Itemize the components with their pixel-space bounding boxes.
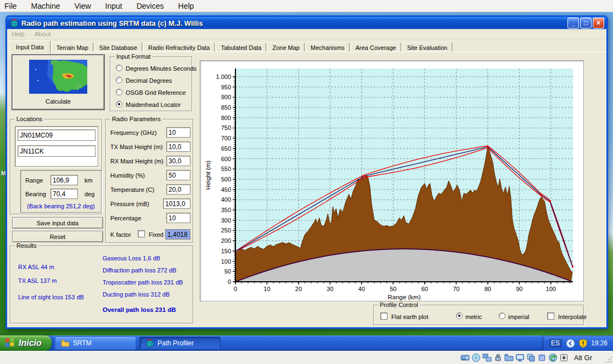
result-left-0: RX ASL 44 m [18, 264, 54, 270]
host-menu-machine[interactable]: Machine [31, 2, 60, 10]
tab-area-coverage[interactable]: Area Coverage [351, 42, 401, 53]
europe-map-image [29, 60, 87, 94]
param-input-4[interactable] [166, 184, 190, 195]
host-key-indicator: Alt Gr [574, 354, 592, 362]
input-format-radio-2[interactable] [116, 89, 122, 95]
svg-text:0: 0 [228, 278, 231, 285]
start-button[interactable]: Inicio [0, 335, 52, 351]
input-format-radio-3[interactable] [116, 101, 122, 107]
titlebar[interactable]: Radio path estimation using SRTM data (c… [7, 17, 606, 29]
locations-panel [15, 126, 98, 167]
svg-text:40: 40 [358, 286, 365, 292]
range-input[interactable] [50, 175, 78, 185]
app-menu-about[interactable]: About [35, 31, 51, 37]
svg-text:700: 700 [221, 135, 231, 141]
param-input-2[interactable] [166, 156, 190, 166]
calculate-label: Calculate [13, 98, 104, 105]
svg-text:100: 100 [546, 286, 556, 292]
param-input-1[interactable] [166, 141, 190, 152]
result-right-0: Gaseous Loss 1,6 dB [103, 255, 160, 261]
k-factor-value-field[interactable]: 1,4018 [165, 229, 190, 240]
tab-zone-map[interactable]: Zone Map [267, 42, 305, 53]
interpolate-checkbox[interactable] [547, 312, 554, 320]
close-button[interactable]: × [593, 18, 604, 29]
tab-input-data[interactable]: Input Data [9, 41, 50, 53]
svg-text:550: 550 [221, 166, 231, 172]
svg-text:350: 350 [221, 207, 231, 213]
range-label: Range [25, 177, 43, 184]
shared-clipboard-icon[interactable] [526, 353, 536, 362]
folder-icon [61, 339, 70, 347]
param-input-5[interactable] [163, 198, 190, 209]
globe-icon [145, 339, 154, 348]
host-menu-devices[interactable]: Devices [137, 2, 164, 10]
svg-text:600: 600 [221, 156, 231, 162]
station1-input[interactable] [18, 129, 95, 141]
svg-text:70: 70 [453, 286, 459, 292]
display-icon[interactable] [515, 353, 525, 362]
tab-terrain-map[interactable]: Terrain Map [52, 42, 93, 53]
tab-content-input-data: Calculate Input Format Degrees Minutes S… [7, 52, 606, 327]
save-input-data-button[interactable]: Save input data [12, 217, 103, 229]
units-radio-imperial[interactable] [499, 312, 505, 319]
hide-icons-chevron-icon[interactable] [566, 339, 575, 348]
optical-disk-icon[interactable] [471, 353, 481, 362]
cpu-icon[interactable]: U [537, 353, 547, 362]
param-input-6[interactable] [166, 213, 190, 223]
k-factor-fixed-label: Fixed [149, 231, 164, 238]
hard-disk-icon[interactable] [460, 353, 470, 362]
param-input-0[interactable] [166, 127, 190, 138]
svg-text:900: 900 [221, 94, 231, 100]
taskbar-task-srtm[interactable]: SRTM [55, 337, 136, 350]
tab-site-evaluation[interactable]: Site Evaluation [402, 42, 452, 53]
maximize-button[interactable]: □ [580, 18, 592, 29]
bearing-input[interactable] [50, 189, 78, 199]
tab-mechanisms[interactable]: Mechanisms [306, 42, 350, 53]
app-window: Radio path estimation using SRTM data (c… [5, 15, 608, 329]
k-factor-fixed-checkbox[interactable] [138, 230, 145, 237]
svg-text:300: 300 [221, 217, 231, 224]
station2-input[interactable] [18, 145, 95, 157]
task-buttons: SRTMPath Profiler [52, 337, 221, 350]
app-menu-help[interactable]: Help [12, 31, 25, 37]
host-menu-help[interactable]: Help [178, 2, 194, 10]
svg-text:30: 30 [327, 286, 333, 292]
input-format-option-label: Maidenhead Locator [126, 101, 181, 108]
host-menu-view[interactable]: View [74, 2, 91, 10]
param-input-3[interactable] [166, 170, 190, 180]
network-icon[interactable] [482, 353, 492, 362]
reset-button[interactable]: Reset [12, 231, 103, 242]
param-label-5: Pressure (mB) [110, 201, 149, 207]
tab-tabulated-data[interactable]: Tabulated Data [216, 42, 266, 53]
minimize-button[interactable]: _ [567, 18, 579, 29]
radio-parameters-groupbox: Radio Parameters Frequency (GHz)TX Mast … [105, 119, 193, 243]
svg-text:10: 10 [263, 286, 270, 292]
calculate-button[interactable]: Calculate [12, 55, 104, 110]
range-unit: km [85, 177, 93, 184]
keyboard-capture-icon[interactable] [559, 353, 569, 362]
features-icon[interactable] [548, 353, 558, 362]
svg-text:Range (km): Range (km) [387, 294, 420, 300]
usb-icon[interactable] [493, 353, 503, 362]
param-label-1: TX Mast Height (m) [110, 144, 162, 150]
flat-earth-checkbox[interactable] [380, 312, 387, 320]
input-format-radio-1[interactable] [116, 77, 122, 83]
security-shield-icon[interactable] [579, 339, 587, 348]
tab-site-database[interactable]: Site Database [94, 42, 142, 53]
taskbar-task-path-profiler[interactable]: Path Profiler [139, 337, 221, 350]
svg-text:500: 500 [221, 176, 231, 183]
task-label: Path Profiler [158, 339, 194, 347]
host-menu-input[interactable]: Input [105, 2, 122, 10]
shared-folder-icon[interactable] [504, 353, 514, 362]
screen: FileMachineViewInputDevicesHelp M Radio … [0, 0, 613, 364]
units-radio-metric[interactable] [456, 312, 463, 319]
results-groupbox: Results RX ASL 44 mTX ASL 137 mLine of s… [10, 246, 193, 323]
language-indicator[interactable]: ES [549, 339, 562, 348]
bearing-unit: deg [85, 191, 94, 197]
resize-grip[interactable] [605, 356, 612, 363]
taskbar: Inicio SRTMPath Profiler ES 19:26 [0, 335, 613, 351]
input-format-radio-0[interactable] [116, 65, 122, 71]
profile-control-legend: Profile Control [378, 302, 420, 308]
host-menu-file[interactable]: File [4, 2, 17, 10]
tab-radio-refractivity-data[interactable]: Radio Refractivity Data [143, 42, 215, 53]
